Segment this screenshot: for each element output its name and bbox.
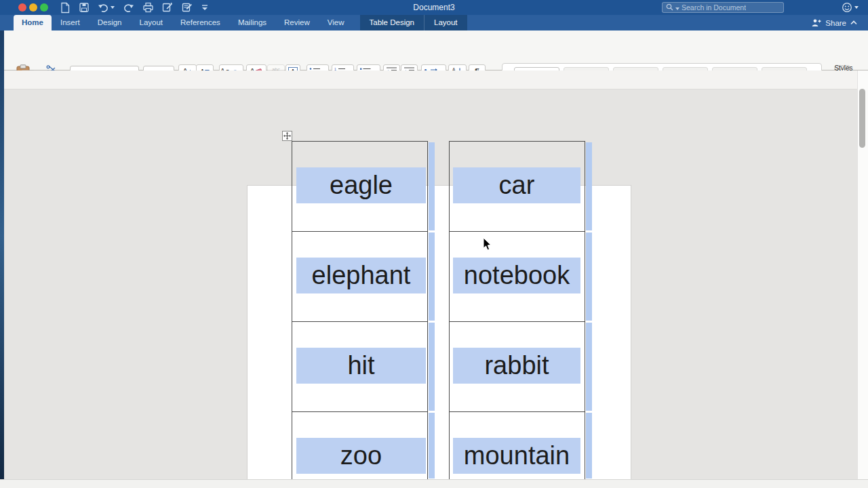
- close-window-button[interactable]: [18, 3, 26, 12]
- redo-icon[interactable]: [123, 3, 134, 13]
- vertical-scrollbar-thumb[interactable]: [859, 89, 865, 148]
- share-person-icon: [811, 18, 821, 27]
- selection-strip: [586, 323, 592, 411]
- titlebar: Document3 Search in Document: [0, 0, 868, 15]
- selection-highlight: zoo: [296, 438, 426, 474]
- table-move-handle[interactable]: [282, 131, 292, 141]
- draw-document-icon[interactable]: [182, 2, 193, 13]
- minimize-window-button[interactable]: [29, 3, 37, 12]
- share-label: Share: [825, 19, 846, 27]
- quick-access-toolbar: [60, 1, 208, 14]
- tab-table-design[interactable]: Table Design: [360, 15, 424, 30]
- search-input[interactable]: Search in Document: [662, 2, 784, 13]
- selection-highlight: eagle: [296, 167, 426, 203]
- selection-highlight: car: [453, 167, 580, 203]
- search-scope-caret-icon: [675, 1, 679, 14]
- table-word: rabbit: [484, 351, 549, 380]
- table-word: elephant: [312, 261, 411, 290]
- move-cross-icon: [283, 132, 291, 140]
- search-icon: [666, 1, 673, 14]
- selection-strip: [429, 142, 435, 231]
- ribbon-home: Paste A A Aa A abcA A B I U abe X2 X2 A …: [0, 30, 868, 70]
- save-icon[interactable]: [79, 2, 90, 13]
- mouse-cursor: [483, 238, 492, 254]
- selection-highlight: hit: [296, 348, 426, 384]
- table-word: eagle: [330, 171, 393, 200]
- ribbon-tab-bar: Home Insert Design Layout References Mai…: [0, 15, 868, 30]
- chevron-up-icon: [850, 20, 857, 25]
- tab-review[interactable]: Review: [275, 15, 319, 30]
- tab-insert[interactable]: Insert: [52, 15, 89, 30]
- tab-design[interactable]: Design: [89, 15, 131, 30]
- word-application-window: Document3 Search in Document Home Insert…: [0, 0, 868, 488]
- selection-strip: [586, 413, 592, 479]
- table-word: car: [499, 171, 535, 200]
- search-placeholder: Search in Document: [682, 3, 746, 12]
- feedback-smiley-button[interactable]: [842, 2, 859, 13]
- window-title: Document3: [413, 3, 454, 12]
- tab-table-layout[interactable]: Layout: [424, 15, 467, 30]
- zoom-window-button[interactable]: [40, 3, 48, 12]
- table-word: zoo: [340, 441, 382, 470]
- table-word: mountain: [464, 441, 570, 470]
- more-commands-icon[interactable]: [201, 3, 208, 12]
- print-icon[interactable]: [142, 2, 154, 13]
- selection-strip: [429, 323, 435, 411]
- selection-highlight: rabbit: [453, 348, 580, 384]
- tab-home[interactable]: Home: [14, 15, 52, 30]
- ruler-strip: 1124567: [0, 70, 868, 89]
- tab-layout[interactable]: Layout: [131, 15, 172, 30]
- selection-highlight: mountain: [453, 438, 580, 474]
- edit-document-icon[interactable]: [162, 2, 174, 13]
- desktop-edge-strip: [0, 30, 4, 488]
- tab-references[interactable]: References: [172, 15, 229, 30]
- selection-highlight: elephant: [296, 258, 426, 293]
- selection-strip: [429, 232, 435, 321]
- selection-strip: [586, 142, 592, 231]
- selection-strip: [429, 413, 435, 479]
- tab-mailings[interactable]: Mailings: [229, 15, 275, 30]
- selection-highlight: notebook: [453, 258, 580, 293]
- tab-view[interactable]: View: [319, 15, 353, 30]
- table-word: notebook: [464, 261, 570, 290]
- selection-strip: [586, 232, 592, 321]
- undo-icon[interactable]: [98, 3, 115, 13]
- new-document-icon[interactable]: [60, 2, 71, 14]
- table-word: hit: [347, 351, 374, 380]
- status-bar-edge: [0, 479, 868, 488]
- share-button[interactable]: Share: [811, 15, 857, 30]
- smiley-icon: [842, 2, 852, 13]
